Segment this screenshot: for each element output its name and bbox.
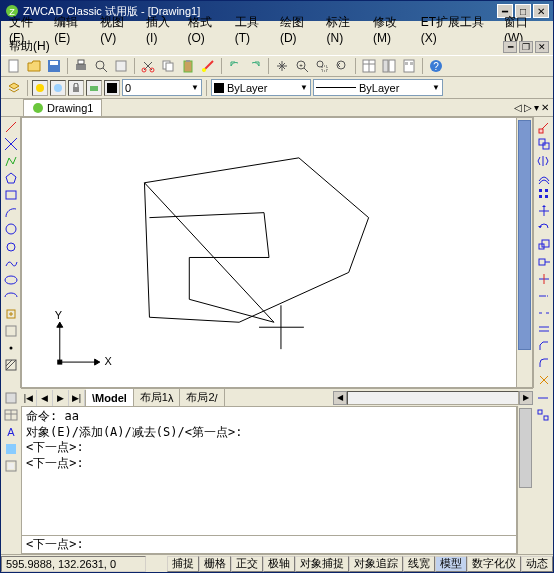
coordinates-display[interactable]: 595.9888, 132.2631, 0 <box>1 556 146 572</box>
join-tool[interactable] <box>536 322 552 338</box>
paste-button[interactable] <box>179 57 197 75</box>
extend-tool[interactable] <box>536 288 552 304</box>
array-tool[interactable] <box>536 187 552 203</box>
matchprops-button[interactable] <box>199 57 217 75</box>
color-combo[interactable]: ByLayer▼ <box>211 79 311 96</box>
command-history[interactable]: 命令: aa 对象(E)/添加(A)/减去(S)/<第一点>: <下一点>: <… <box>21 406 517 536</box>
cut-button[interactable] <box>139 57 157 75</box>
layer-bulb-icon[interactable] <box>32 80 48 96</box>
ortho-toggle[interactable]: 正交 <box>231 556 263 572</box>
rectangle-tool[interactable] <box>3 187 19 203</box>
zoom-window-button[interactable] <box>313 57 331 75</box>
designcenter-button[interactable] <box>380 57 398 75</box>
circle-tool[interactable] <box>3 221 19 237</box>
copy-button[interactable] <box>159 57 177 75</box>
table-tool[interactable] <box>3 407 19 423</box>
undo-button[interactable] <box>226 57 244 75</box>
menu-help[interactable]: 帮助(H) <box>5 38 54 55</box>
layout-next-button[interactable]: ▶ <box>53 390 69 406</box>
erase-tool[interactable] <box>536 119 552 135</box>
command-scrollbar-v[interactable] <box>517 406 533 554</box>
layer-freeze-icon[interactable] <box>50 80 66 96</box>
open-button[interactable] <box>25 57 43 75</box>
grid-toggle[interactable]: 栅格 <box>199 556 231 572</box>
boundary-tool[interactable] <box>3 458 19 474</box>
layers-button[interactable] <box>5 79 23 97</box>
hscroll-track[interactable] <box>347 391 519 405</box>
zoom-realtime-button[interactable]: + <box>293 57 311 75</box>
layer-color-icon[interactable] <box>104 80 120 96</box>
layer-lock-icon[interactable] <box>68 80 84 96</box>
layout-prev-button[interactable]: ◀ <box>37 390 53 406</box>
mdi-close-button[interactable]: ✕ <box>535 41 549 53</box>
tab-close-button[interactable]: ✕ <box>541 102 549 113</box>
redo-button[interactable] <box>246 57 264 75</box>
polyline-tool[interactable] <box>3 153 19 169</box>
polygon-tool[interactable] <box>3 170 19 186</box>
document-tab[interactable]: Drawing1 <box>23 99 102 116</box>
fillet-tool[interactable] <box>536 355 552 371</box>
point-tool[interactable] <box>3 340 19 356</box>
layout-tab-1[interactable]: 布局1 λ <box>134 389 181 406</box>
arc-tool[interactable] <box>3 204 19 220</box>
copy-tool[interactable] <box>536 136 552 152</box>
drawing-canvas[interactable]: X Y <box>21 117 533 388</box>
layer-combo[interactable]: 0▼ <box>122 79 202 96</box>
lengthen-tool[interactable] <box>535 390 551 406</box>
properties-button[interactable] <box>360 57 378 75</box>
publish-button[interactable] <box>112 57 130 75</box>
xline-tool[interactable] <box>3 136 19 152</box>
polar-toggle[interactable]: 极轴 <box>263 556 295 572</box>
layout-last-button[interactable]: ▶| <box>69 390 85 406</box>
print-button[interactable] <box>72 57 90 75</box>
tab-menu-button[interactable]: ▾ <box>534 102 539 113</box>
layer-plot-icon[interactable] <box>86 80 102 96</box>
preview-button[interactable] <box>92 57 110 75</box>
align-tool[interactable] <box>535 407 551 423</box>
line-tool[interactable] <box>3 119 19 135</box>
block-tool[interactable] <box>3 323 19 339</box>
scroll-thumb[interactable] <box>518 120 531 350</box>
insert-tool[interactable] <box>3 306 19 322</box>
command-input[interactable]: <下一点>: <box>21 536 517 554</box>
mdi-restore-button[interactable]: ❐ <box>519 41 533 53</box>
toolpalettes-button[interactable] <box>400 57 418 75</box>
lwt-toggle[interactable]: 线宽 <box>403 556 435 572</box>
trim-tool[interactable] <box>536 271 552 287</box>
model-toggle[interactable]: 模型 <box>435 556 467 572</box>
tablet-toggle[interactable]: 数字化仪 <box>467 556 521 572</box>
tab-next-button[interactable]: ▷ <box>524 102 532 113</box>
stretch-tool[interactable] <box>536 254 552 270</box>
hatch-tool[interactable] <box>3 357 19 373</box>
mdi-minimize-button[interactable]: ━ <box>503 41 517 53</box>
snap-toggle[interactable]: 捕捉 <box>167 556 199 572</box>
hscroll-right-button[interactable]: ▶ <box>519 391 533 405</box>
layout-tab-2[interactable]: 布局2 / <box>180 389 224 406</box>
new-button[interactable] <box>5 57 23 75</box>
scale-tool[interactable] <box>536 237 552 253</box>
region-tool[interactable] <box>3 390 19 406</box>
osnap-toggle[interactable]: 对象捕捉 <box>295 556 349 572</box>
chamfer-tool[interactable] <box>536 338 552 354</box>
gradient-tool[interactable] <box>3 441 19 457</box>
revcloud-tool[interactable] <box>3 238 19 254</box>
spline-tool[interactable] <box>3 255 19 271</box>
scroll-thumb[interactable] <box>519 408 532 488</box>
explode-tool[interactable] <box>536 372 552 388</box>
tab-prev-button[interactable]: ◁ <box>514 102 522 113</box>
move-tool[interactable] <box>536 203 552 219</box>
ellipse-tool[interactable] <box>3 272 19 288</box>
mtext-tool[interactable]: A <box>3 424 19 440</box>
pan-button[interactable] <box>273 57 291 75</box>
help-button[interactable]: ? <box>427 57 445 75</box>
layout-first-button[interactable]: |◀ <box>21 390 37 406</box>
offset-tool[interactable] <box>536 170 552 186</box>
linetype-combo[interactable]: ByLayer▼ <box>313 79 443 96</box>
zoom-prev-button[interactable] <box>333 57 351 75</box>
break-tool[interactable] <box>536 305 552 321</box>
rotate-tool[interactable] <box>536 220 552 236</box>
dyn-toggle[interactable]: 动态 <box>521 556 553 572</box>
canvas-scrollbar-v[interactable] <box>516 118 532 387</box>
mirror-tool[interactable] <box>536 153 552 169</box>
ellipsearc-tool[interactable] <box>3 289 19 305</box>
